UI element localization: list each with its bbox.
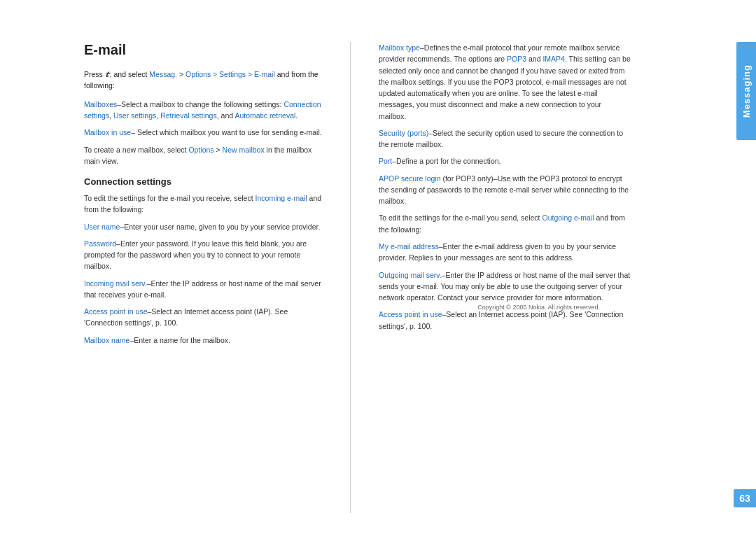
link-automatic-retrieval[interactable]: Automatic retrieval	[234, 111, 295, 120]
apop-para: APOP secure login (for POP3 only)–Use wi…	[379, 173, 631, 207]
right-column: Mailbox type–Defines the e-mail protocol…	[379, 42, 631, 513]
link-retrieval-settings[interactable]: Retrieval settings	[160, 111, 217, 120]
incoming-mail-serv-para: Incoming mail serv.–Enter the IP address…	[84, 278, 322, 301]
link-mailbox-type[interactable]: Mailbox type	[379, 43, 420, 52]
link-security-ports[interactable]: Security (ports)	[379, 129, 428, 137]
link-apop-secure-login[interactable]: APOP secure login	[379, 174, 441, 183]
link-incoming-mail-serv[interactable]: Incoming mail serv.	[84, 279, 147, 288]
link-mailbox-name[interactable]: Mailbox name	[84, 336, 130, 344]
connection-settings-intro: To edit the settings for the e-mail you …	[84, 192, 322, 216]
port-para: Port–Define a port for the connection.	[379, 155, 631, 167]
link-outgoing-mail-serv[interactable]: Outgoing mail serv.	[379, 271, 442, 279]
password-para: Password–Enter your password. If you lea…	[84, 238, 322, 272]
link-my-email-address[interactable]: My e-mail address	[379, 242, 439, 251]
copyright-text: Copyright © 2005 Nokia. All rights reser…	[348, 304, 600, 311]
new-mailbox-para: To create a new mailbox, select Options …	[84, 144, 322, 167]
user-name-para: User name–Enter your user name, given to…	[84, 221, 322, 232]
link-user-settings[interactable]: User settings	[113, 111, 156, 120]
link-access-point-right[interactable]: Access point in use	[379, 310, 442, 318]
sidebar: Messaging 63	[718, 0, 756, 534]
link-options-settings[interactable]: Options > Settings > E-mail	[186, 70, 275, 78]
mailboxes-para: Mailboxes–Select a mailbox to change the…	[84, 99, 322, 122]
link-new-mailbox[interactable]: New mailbox	[223, 146, 265, 154]
mailbox-type-para: Mailbox type–Defines the e-mail protocol…	[379, 42, 631, 122]
sidebar-tab: Messaging	[736, 42, 756, 140]
link-user-name[interactable]: User name	[84, 223, 120, 231]
security-ports-para: Security (ports)–Select the security opt…	[379, 127, 631, 150]
sidebar-label: Messaging	[741, 64, 752, 118]
link-imap4[interactable]: IMAP4	[542, 55, 565, 63]
page-title: E-mail	[84, 42, 322, 58]
main-content: E-mail Press 𝓽 , and select Messag. > Op…	[0, 0, 718, 534]
connection-settings-heading: Connection settings	[84, 176, 322, 187]
left-column: E-mail Press 𝓽 , and select Messag. > Op…	[84, 42, 322, 513]
link-pop3[interactable]: POP3	[507, 55, 526, 63]
link-port[interactable]: Port	[379, 157, 392, 165]
link-messag[interactable]: Messag.	[149, 70, 177, 78]
link-mailboxes[interactable]: Mailboxes	[84, 100, 117, 108]
access-point-right-para: Access point in use–Select an Internet a…	[379, 309, 631, 332]
link-outgoing-email[interactable]: Outgoing e-mail	[542, 213, 594, 222]
page-number-box: 63	[734, 489, 756, 507]
my-email-para: My e-mail address–Enter the e-mail addre…	[379, 241, 631, 264]
link-password[interactable]: Password	[84, 239, 116, 248]
page-container: E-mail Press 𝓽 , and select Messag. > Op…	[0, 0, 756, 534]
outgoing-intro: To edit the settings for the e-mail you …	[379, 212, 631, 235]
mailbox-name-para: Mailbox name–Enter a name for the mailbo…	[84, 335, 322, 346]
menu-icon: 𝓽	[105, 69, 108, 79]
link-access-point-left[interactable]: Access point in use	[84, 307, 147, 316]
column-divider	[350, 42, 351, 513]
outgoing-mail-serv-para: Outgoing mail serv.–Enter the IP address…	[379, 269, 631, 304]
intro-paragraph: Press 𝓽 , and select Messag. > Options >…	[84, 68, 322, 92]
link-mailbox-in-use[interactable]: Mailbox in use	[84, 128, 131, 136]
mailbox-in-use-para: Mailbox in use– Select which mailbox you…	[84, 127, 322, 138]
link-options[interactable]: Options	[188, 146, 214, 154]
access-point-left-para: Access point in use–Select an Internet a…	[84, 306, 322, 329]
link-incoming-email[interactable]: Incoming e-mail	[255, 194, 307, 202]
